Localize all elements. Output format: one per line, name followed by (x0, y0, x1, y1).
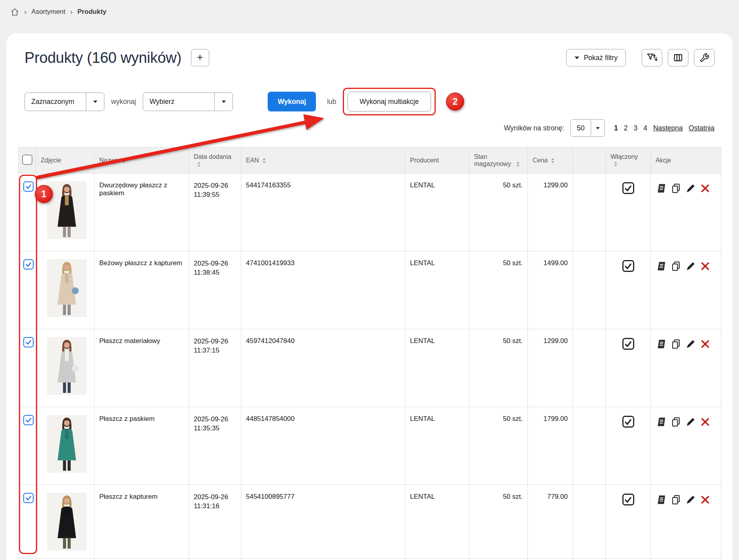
product-photo[interactable] (47, 493, 87, 551)
notes-action-icon[interactable] (656, 260, 667, 272)
row-checkbox-checked[interactable] (23, 181, 34, 192)
sort-icon[interactable] (263, 158, 266, 163)
sort-icon[interactable] (122, 158, 125, 163)
cell-date-added (189, 559, 241, 560)
cell-price (528, 559, 573, 560)
notes-action-icon[interactable] (656, 494, 667, 505)
duplicate-action-icon[interactable] (670, 494, 682, 505)
col-header-date-added[interactable]: Data dodania (189, 147, 241, 173)
filter-sort-button[interactable] (642, 49, 662, 66)
breadcrumb: › Asortyment › Produkty (0, 0, 739, 17)
row-checkbox-checked[interactable] (23, 259, 34, 270)
execute-button[interactable]: Wykonaj (268, 92, 316, 111)
product-photo[interactable] (47, 181, 87, 239)
notes-action-icon[interactable] (656, 338, 667, 350)
wrench-icon (699, 53, 709, 63)
duplicate-action-icon[interactable] (670, 260, 682, 272)
sort-icon[interactable] (551, 158, 554, 163)
cell-stock: 50 szt. (469, 407, 528, 485)
row-actions (656, 415, 716, 428)
edit-action-icon[interactable] (685, 338, 696, 350)
breadcrumb-separator-icon: › (24, 8, 26, 15)
home-icon[interactable] (10, 8, 19, 17)
product-ean: 544174163355 (246, 181, 291, 189)
cell-photo (36, 173, 95, 251)
select-arrow-zone (214, 93, 232, 111)
duplicate-action-icon[interactable] (670, 416, 682, 428)
edit-action-icon[interactable] (685, 494, 696, 505)
notes-action-icon[interactable] (656, 183, 667, 194)
enabled-checkbox-checked[interactable] (622, 338, 634, 350)
sort-icon[interactable] (197, 162, 200, 167)
per-page-label: Wyników na stronę: (504, 124, 564, 132)
action-select[interactable]: Wybierz (143, 92, 233, 111)
product-price: 1299.00 (544, 181, 568, 189)
product-name[interactable]: Płaszcz z paskiem (99, 415, 155, 422)
per-page-select[interactable]: 50 (570, 119, 605, 137)
row-checkbox-checked[interactable] (23, 415, 34, 425)
delete-action-icon[interactable] (699, 260, 711, 272)
col-header-ean[interactable]: EAN (241, 147, 405, 173)
table-header-row: Zdjęcie Nazwa Data dodania EAN Producent… (19, 147, 721, 173)
product-name[interactable]: Dwurzędowy płaszcz z paskiem (99, 181, 167, 197)
last-page-link[interactable]: Ostatnia (689, 124, 714, 132)
row-checkbox-checked[interactable] (23, 337, 34, 347)
duplicate-action-icon[interactable] (670, 338, 682, 350)
table-row: Płaszcz z paskiem 2025-09-2611:35:35 448… (19, 407, 721, 485)
col-header-actions: Akcje (651, 147, 721, 173)
next-page-link[interactable]: Następna (653, 124, 683, 132)
edit-action-icon[interactable] (685, 260, 696, 272)
product-name[interactable]: Beżowy płaszcz z kapturem (99, 259, 182, 267)
delete-action-icon[interactable] (699, 338, 711, 350)
sort-icon[interactable] (516, 162, 520, 167)
page-number-2[interactable]: 2 (624, 124, 628, 132)
col-header-name[interactable]: Nazwa (95, 147, 189, 173)
product-price: 1299.00 (544, 337, 568, 345)
enabled-checkbox-checked[interactable] (622, 260, 634, 272)
table-row: Płaszcz z kapturem 2025-09-2611:31:16 54… (19, 485, 721, 559)
sort-icon[interactable] (614, 162, 617, 167)
show-filters-button[interactable]: Pokaż filtry (566, 49, 626, 66)
edit-action-icon[interactable] (685, 183, 696, 194)
row-checkbox-checked[interactable] (23, 493, 34, 503)
notes-action-icon[interactable] (656, 416, 667, 428)
col-header-stock[interactable]: Stan magazynowy (469, 147, 528, 173)
cell-price: 1799.00 (528, 407, 573, 485)
action-select-value: Wybierz (143, 93, 214, 111)
cell-spacer (573, 485, 606, 559)
breadcrumb-item-produkty: Produkty (77, 8, 107, 16)
page-number-3[interactable]: 3 (633, 124, 637, 132)
product-name[interactable]: Płaszcz materiałowy (99, 337, 160, 345)
select-all-checkbox[interactable] (22, 155, 32, 165)
col-label: Nazwa (99, 157, 119, 164)
cell-name: Płaszcz z paskiem (95, 407, 189, 485)
delete-action-icon[interactable] (699, 183, 711, 194)
cell-spacer (573, 251, 606, 329)
edit-action-icon[interactable] (685, 416, 696, 428)
page-number-4[interactable]: 4 (643, 124, 647, 132)
columns-button[interactable] (668, 49, 688, 66)
product-photo[interactable] (47, 337, 87, 395)
target-select[interactable]: Zaznaczonym (25, 92, 104, 111)
annotation-highlight-box: Wykonaj multiakcje (343, 88, 436, 115)
add-product-button[interactable]: + (191, 49, 209, 66)
duplicate-action-icon[interactable] (670, 183, 682, 194)
col-header-price[interactable]: Cena (528, 147, 573, 173)
enabled-checkbox-checked[interactable] (622, 416, 634, 428)
cell-spacer (573, 559, 606, 560)
product-stock: 50 szt. (503, 259, 523, 267)
cell-name: Beżowy płaszcz z kapturem (95, 251, 189, 329)
pagination: Wyników na stronę: 50 1 2 3 4 Następna O… (25, 119, 714, 137)
enabled-checkbox-checked[interactable] (622, 182, 634, 194)
delete-action-icon[interactable] (699, 416, 711, 428)
enabled-checkbox-checked[interactable] (622, 494, 634, 505)
settings-button[interactable] (694, 49, 714, 66)
multiactions-button[interactable]: Wykonaj multiakcje (348, 92, 431, 111)
breadcrumb-item-asortyment[interactable]: Asortyment (31, 8, 65, 16)
delete-action-icon[interactable] (699, 494, 711, 505)
col-header-enabled[interactable]: Włączony (606, 147, 651, 173)
product-photo[interactable] (47, 259, 87, 317)
cell-stock: 50 szt. (469, 173, 528, 251)
product-name[interactable]: Płaszcz z kapturem (99, 493, 157, 500)
product-photo[interactable] (47, 415, 87, 473)
